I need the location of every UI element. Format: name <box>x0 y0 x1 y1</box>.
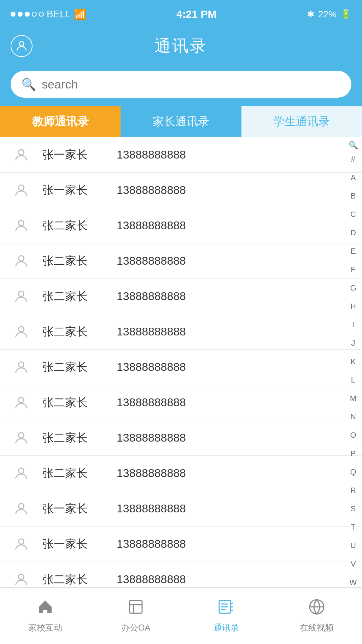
tab-teacher[interactable]: 教师通讯录 <box>0 106 121 137</box>
avatar-button[interactable] <box>11 35 33 57</box>
contact-item[interactable]: 张一家长 13888888888 <box>0 173 362 208</box>
contact-name: 张一家长 <box>42 147 106 163</box>
contact-avatar <box>11 251 32 272</box>
alpha-S[interactable]: S <box>350 500 357 518</box>
contact-name: 张一家长 <box>42 501 106 517</box>
alpha-T[interactable]: T <box>350 518 357 536</box>
alpha-E[interactable]: E <box>350 242 357 260</box>
alpha-search-icon: 🔍 <box>349 141 358 150</box>
alpha-M[interactable]: M <box>350 389 357 408</box>
contact-name: 张二家长 <box>42 395 106 410</box>
alpha-L[interactable]: L <box>350 371 357 389</box>
alpha-U[interactable]: U <box>350 536 357 555</box>
contact-phone: 13888888888 <box>117 219 186 232</box>
alpha-A[interactable]: A <box>350 168 357 187</box>
contact-item[interactable]: 张一家长 13888888888 <box>0 527 362 562</box>
tab-parent[interactable]: 家长通讯录 <box>121 106 241 137</box>
status-right: ✱ 22% 🔋 <box>307 9 351 20</box>
contact-item[interactable]: 张二家长 13888888888 <box>0 314 362 350</box>
signal-dots <box>11 12 44 17</box>
contact-item[interactable]: 张二家长 13888888888 <box>0 208 362 243</box>
alpha-K[interactable]: K <box>350 352 357 371</box>
status-bar: BELL 📶 4:21 PM ✱ 22% 🔋 <box>0 0 362 28</box>
alpha-P[interactable]: P <box>350 444 357 463</box>
battery-icon: 🔋 <box>340 9 351 20</box>
search-container: 🔍 <box>0 64 362 106</box>
alpha-D[interactable]: D <box>350 224 357 242</box>
alpha-#[interactable]: # <box>350 150 357 168</box>
contact-avatar <box>11 569 32 588</box>
dot5 <box>39 12 44 17</box>
contact-avatar <box>11 180 32 201</box>
search-input[interactable] <box>42 77 341 91</box>
contact-item[interactable]: 张二家长 13888888888 <box>0 562 362 587</box>
battery-percent: 22% <box>318 9 337 20</box>
svg-point-1 <box>18 149 24 155</box>
status-time: 4:21 PM <box>176 8 216 20</box>
svg-point-9 <box>18 432 24 438</box>
contact-phone: 13888888888 <box>117 290 186 303</box>
contact-item[interactable]: 张一家长 13888888888 <box>0 491 362 527</box>
alpha-W[interactable]: W <box>350 573 357 587</box>
svg-point-5 <box>18 291 24 296</box>
bluetooth-icon: ✱ <box>307 9 315 20</box>
nav-video[interactable]: 在线视频 <box>272 588 362 644</box>
contact-phone: 13888888888 <box>117 254 186 268</box>
contact-phone: 13888888888 <box>117 396 186 409</box>
contact-phone: 13888888888 <box>117 537 186 551</box>
nav-home[interactable]: 家校互动 <box>0 588 90 644</box>
status-left: BELL 📶 <box>11 8 86 20</box>
svg-point-4 <box>18 255 24 261</box>
alpha-R[interactable]: R <box>350 481 357 500</box>
dot2 <box>18 12 23 17</box>
alpha-B[interactable]: B <box>350 187 357 205</box>
alpha-O[interactable]: O <box>350 426 357 444</box>
alpha-search[interactable]: 🔍 <box>344 141 362 150</box>
bottom-nav: 家校互动 办公OA 通讯录 <box>0 587 362 644</box>
contact-name: 张一家长 <box>42 183 106 198</box>
alpha-N[interactable]: N <box>350 408 357 426</box>
svg-point-0 <box>19 41 24 46</box>
svg-point-2 <box>18 185 24 190</box>
alpha-V[interactable]: V <box>350 555 357 573</box>
alpha-I[interactable]: I <box>350 316 357 334</box>
svg-rect-16 <box>129 600 142 613</box>
contact-item[interactable]: 张二家长 13888888888 <box>0 385 362 420</box>
alpha-C[interactable]: C <box>350 205 357 224</box>
contact-item[interactable]: 张二家长 13888888888 <box>0 420 362 456</box>
page-title: 通讯录 <box>154 35 208 57</box>
contact-avatar <box>11 286 32 307</box>
alpha-F[interactable]: F <box>350 260 357 279</box>
alpha-Q[interactable]: Q <box>350 463 357 481</box>
nav-contacts[interactable]: 通讯录 <box>181 588 272 644</box>
contact-phone: 13888888888 <box>117 148 186 161</box>
contact-item[interactable]: 张二家长 13888888888 <box>0 279 362 314</box>
contact-name: 张二家长 <box>42 289 106 304</box>
contact-item[interactable]: 张一家长 13888888888 <box>0 137 362 173</box>
alpha-J[interactable]: J <box>350 334 357 352</box>
nav-oa-label: 办公OA <box>121 622 151 633</box>
tab-student[interactable]: 学生通讯录 <box>241 106 362 137</box>
tab-bar: 教师通讯录 家长通讯录 学生通讯录 <box>0 106 362 137</box>
contact-phone: 13888888888 <box>117 325 186 338</box>
contacts-icon <box>218 598 235 619</box>
contact-phone: 13888888888 <box>117 502 186 515</box>
alpha-G[interactable]: G <box>350 279 357 297</box>
dot1 <box>11 12 16 17</box>
contact-avatar <box>11 357 32 378</box>
contact-item[interactable]: 张二家长 13888888888 <box>0 243 362 279</box>
nav-oa[interactable]: 办公OA <box>90 588 181 644</box>
alpha-index: 🔍 #ABCDEFGHIJKLMNOPQRSTUVWXYZ <box>344 137 362 587</box>
contact-item[interactable]: 张二家长 13888888888 <box>0 350 362 385</box>
contact-avatar <box>11 427 32 449</box>
contact-avatar <box>11 321 32 343</box>
main-content: 🔍 教师通讯录 家长通讯录 学生通讯录 张一家长 13888888888 <box>0 64 362 587</box>
alpha-H[interactable]: H <box>350 297 357 316</box>
contact-avatar <box>11 215 32 236</box>
search-bar[interactable]: 🔍 <box>11 71 351 98</box>
contact-item[interactable]: 张二家长 13888888888 <box>0 456 362 491</box>
contact-name: 张一家长 <box>42 536 106 552</box>
contacts-container: 张一家长 13888888888 张一家长 13888888888 张二家长 1… <box>0 137 362 587</box>
contact-avatar <box>11 144 32 166</box>
contact-phone: 13888888888 <box>117 467 186 480</box>
